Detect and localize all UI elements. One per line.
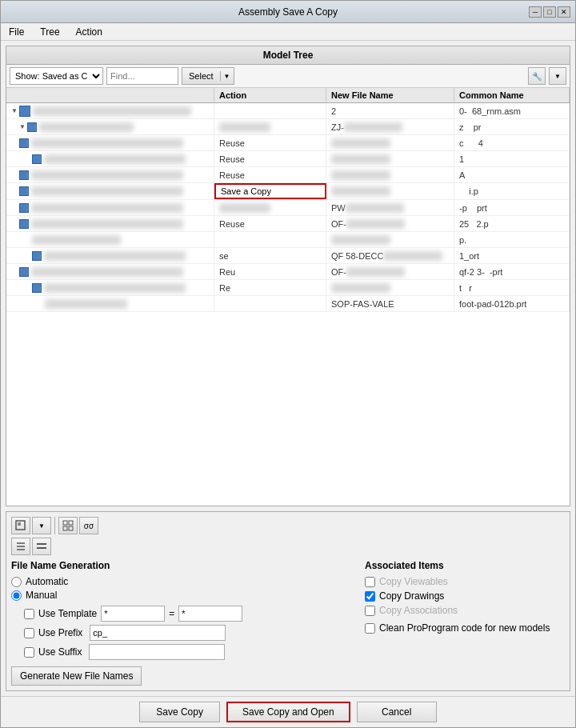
table-row[interactable]: PW -p prt	[6, 200, 570, 216]
tool-wrench-icon[interactable]: 🔧	[528, 67, 546, 85]
col-action-header: Action	[214, 88, 326, 102]
table-row[interactable]: SOP-FAS-VALE foot-pad-012b.prt	[6, 296, 570, 312]
cancel-button[interactable]: Cancel	[357, 702, 437, 722]
row-5-newname	[326, 183, 454, 199]
radio-auto: Automatic	[11, 576, 357, 587]
suffix-input[interactable]	[89, 644, 225, 660]
row-8-common: p.	[454, 232, 570, 247]
row-6-name	[6, 200, 214, 215]
row-12-newname: SOP-FAS-VALE	[326, 296, 454, 311]
bottom-panel: ▼ σσ	[6, 511, 570, 691]
table-row[interactable]: se QF 58-DECC 1_ort	[6, 248, 570, 264]
use-prefix-checkbox[interactable]	[24, 628, 34, 638]
svg-rect-5	[69, 526, 73, 530]
associated-items-section: Associated Items Copy Viewables Copy Dra…	[365, 560, 565, 686]
svg-rect-2	[63, 521, 67, 525]
tool-dropdown-icon[interactable]: ▼	[549, 67, 566, 85]
use-suffix-checkbox[interactable]	[24, 647, 34, 658]
minimize-button[interactable]: ─	[529, 6, 542, 18]
row-6-newname: PW	[326, 200, 454, 215]
view-dropdown-arrow[interactable]: ▼	[32, 517, 51, 534]
file-name-gen-section: File Name Generation Automatic Manual	[11, 560, 357, 686]
separator	[54, 517, 55, 534]
copy-viewables-label: Copy Viewables	[379, 576, 448, 587]
table-row[interactable]: ▼ ZJ- z pr	[6, 119, 570, 135]
copy-viewables-row: Copy Viewables	[365, 576, 565, 587]
table-row[interactable]: Save a Copy i.p	[6, 183, 570, 200]
row-3-action: Reuse	[214, 151, 326, 166]
use-prefix-row: Use Prefix	[24, 625, 357, 641]
save-copy-button[interactable]: Save Copy	[139, 702, 220, 722]
copy-associations-label: Copy Associations	[379, 605, 458, 616]
row-9-newname: QF 58-DECC	[326, 248, 454, 263]
row-4-name	[6, 167, 214, 182]
menu-tree[interactable]: Tree	[37, 25, 62, 39]
row-1-common: z pr	[454, 119, 570, 134]
row-7-action: Reuse	[214, 216, 326, 231]
clean-program-row: Clean ProProgram code for new models	[365, 622, 565, 634]
select-split-button[interactable]: Select ▼	[182, 67, 234, 85]
table-row[interactable]: Reu OF- qf-2 3- -prt	[6, 264, 570, 280]
main-window: Assembly Save A Copy ─ □ ✕ File Tree Act…	[0, 0, 576, 728]
assoc-title: Associated Items	[365, 560, 565, 571]
table-row[interactable]: Reuse 1	[6, 151, 570, 167]
select-dropdown-arrow[interactable]: ▼	[221, 73, 234, 80]
table-row[interactable]: Reuse c 4	[6, 135, 570, 151]
menu-file[interactable]: File	[6, 25, 27, 39]
action-bar: Save Copy Save Copy and Open Cancel	[1, 696, 575, 727]
copy-associations-row: Copy Associations	[365, 605, 565, 616]
copy-associations-checkbox[interactable]	[365, 606, 375, 616]
row-1-newname: ZJ-	[326, 119, 454, 134]
row-7-common: 25 2.p	[454, 216, 570, 231]
auto-radio[interactable]	[11, 577, 22, 587]
template-input-1[interactable]	[101, 606, 165, 622]
maximize-button[interactable]: □	[543, 6, 556, 18]
row-4-newname	[326, 167, 454, 182]
prefix-input[interactable]	[90, 625, 226, 641]
table-row[interactable]: p.	[6, 232, 570, 248]
table-row[interactable]: ▼ 2 0- 68_rnm.asm	[6, 103, 570, 119]
assoc-items-list: Copy Viewables Copy Drawings Copy Associ…	[365, 576, 565, 634]
manual-radio[interactable]	[11, 590, 22, 601]
row-1-name: ▼	[6, 119, 214, 134]
row-9-name	[6, 248, 214, 263]
template-equals: =	[169, 608, 174, 619]
use-suffix-row: Use Suffix	[24, 644, 357, 660]
manual-options: Use Template = Use Prefix	[24, 606, 357, 660]
main-content: Model Tree Show: Saved as C Select ▼ 🔧 ▼	[1, 41, 575, 696]
file-name-gen-title: File Name Generation	[11, 560, 357, 571]
manual-label: Manual	[26, 590, 57, 601]
clean-program-checkbox[interactable]	[365, 623, 375, 634]
use-suffix-label: Use Suffix	[38, 646, 82, 658]
use-template-checkbox[interactable]	[24, 609, 34, 619]
options-layout: File Name Generation Automatic Manual	[11, 560, 565, 686]
table-row[interactable]: Re t r	[6, 280, 570, 296]
svg-rect-4	[63, 526, 67, 530]
table-row[interactable]: Reuse A	[6, 167, 570, 183]
row-2-common: c 4	[454, 135, 570, 150]
row-9-common: 1_ort	[454, 248, 570, 263]
svg-rect-1	[18, 522, 21, 526]
row-6-common: -p prt	[454, 200, 570, 215]
menu-action[interactable]: Action	[73, 25, 106, 39]
view-icon-1[interactable]	[11, 517, 30, 534]
icon-toolbar-1: ▼ σσ	[11, 517, 565, 534]
close-button[interactable]: ✕	[558, 6, 570, 18]
grid-icon[interactable]	[58, 517, 78, 534]
table-row[interactable]: Reuse OF- 25 2.p	[6, 216, 570, 232]
copy-drawings-checkbox[interactable]	[365, 591, 375, 602]
row-4-common: A	[454, 167, 570, 182]
radio-group: Automatic Manual	[11, 576, 357, 601]
col-name-header	[6, 88, 214, 102]
use-template-label: Use Template	[38, 608, 97, 619]
show-select[interactable]: Show: Saved as C	[10, 67, 103, 85]
generate-btn[interactable]: Generate New File Names	[11, 666, 142, 686]
find-input[interactable]	[106, 67, 178, 85]
save-copy-open-button[interactable]: Save Copy and Open	[226, 702, 350, 722]
row-8-name	[6, 232, 214, 247]
list-icon-1[interactable]	[11, 538, 30, 555]
sigma-icon[interactable]: σσ	[79, 517, 98, 534]
template-input-2[interactable]	[178, 606, 242, 622]
copy-viewables-checkbox[interactable]	[365, 577, 375, 587]
list-icon-2[interactable]	[32, 538, 51, 555]
